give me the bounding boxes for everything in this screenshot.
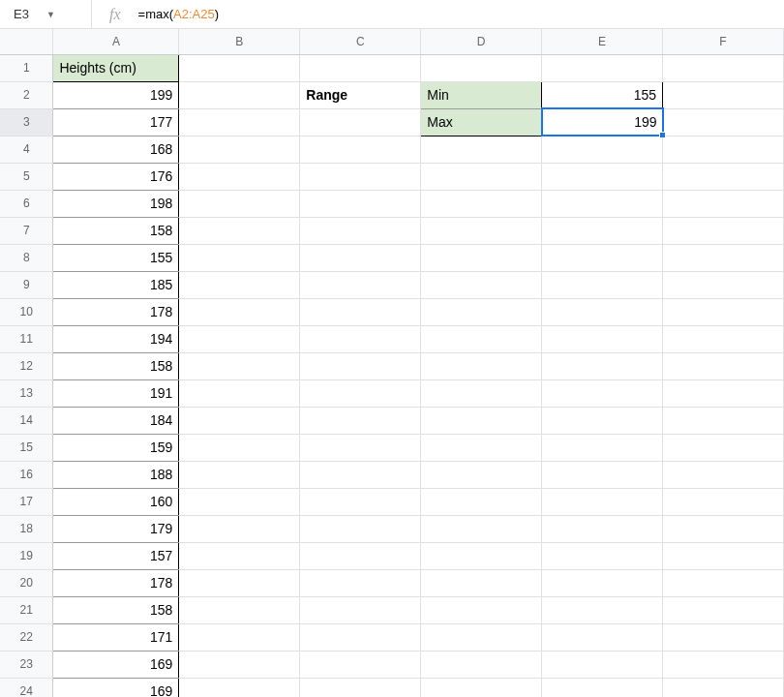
cell-E2[interactable]: 155 — [542, 81, 663, 108]
cell-C7[interactable] — [300, 217, 421, 244]
cell-A1[interactable]: Heights (cm) — [53, 54, 179, 81]
row-header-17[interactable]: 17 — [0, 488, 53, 515]
cell-A23[interactable]: 169 — [53, 651, 179, 678]
cell-C19[interactable] — [300, 542, 421, 569]
cell-E17[interactable] — [542, 488, 663, 515]
cell-D9[interactable] — [421, 271, 542, 298]
cell-F7[interactable] — [663, 217, 784, 244]
cell-C15[interactable] — [300, 434, 421, 461]
cell-C11[interactable] — [300, 325, 421, 352]
cell-B19[interactable] — [179, 542, 300, 569]
cell-D7[interactable] — [421, 217, 542, 244]
cell-F2[interactable] — [663, 81, 784, 108]
select-all-corner[interactable] — [0, 29, 53, 54]
cell-C12[interactable] — [300, 352, 421, 379]
cell-F12[interactable] — [663, 352, 784, 379]
cell-B16[interactable] — [179, 461, 300, 488]
row-header-16[interactable]: 16 — [0, 461, 53, 488]
cell-E21[interactable] — [542, 596, 663, 623]
cell-F21[interactable] — [663, 596, 784, 623]
cell-B4[interactable] — [179, 136, 300, 163]
cell-E6[interactable] — [542, 190, 663, 217]
cell-D3[interactable]: Max — [421, 108, 542, 136]
row-header-24[interactable]: 24 — [0, 678, 53, 697]
cell-A17[interactable]: 160 — [53, 488, 179, 515]
cell-F13[interactable] — [663, 379, 784, 407]
cell-C17[interactable] — [300, 488, 421, 515]
cell-F14[interactable] — [663, 407, 784, 434]
column-header-F[interactable]: F — [663, 29, 784, 54]
cell-F22[interactable] — [663, 623, 784, 651]
cell-A16[interactable]: 188 — [53, 461, 179, 488]
row-header-15[interactable]: 15 — [0, 434, 53, 461]
cell-B7[interactable] — [179, 217, 300, 244]
cell-E12[interactable] — [542, 352, 663, 379]
cell-D22[interactable] — [421, 623, 542, 651]
cell-F16[interactable] — [663, 461, 784, 488]
cell-D16[interactable] — [421, 461, 542, 488]
cell-C14[interactable] — [300, 407, 421, 434]
cell-C16[interactable] — [300, 461, 421, 488]
cell-A8[interactable]: 155 — [53, 244, 179, 271]
column-header-A[interactable]: A — [53, 29, 179, 54]
cell-C18[interactable] — [300, 515, 421, 542]
cell-C4[interactable] — [300, 136, 421, 163]
column-header-B[interactable]: B — [179, 29, 300, 54]
cell-E18[interactable] — [542, 515, 663, 542]
cell-D24[interactable] — [421, 678, 542, 697]
cell-D15[interactable] — [421, 434, 542, 461]
cell-C22[interactable] — [300, 623, 421, 651]
cell-C10[interactable] — [300, 298, 421, 325]
cell-A12[interactable]: 158 — [53, 352, 179, 379]
name-box-dropdown-icon[interactable]: ▼ — [46, 10, 55, 19]
cell-A2[interactable]: 199 — [53, 81, 179, 108]
cell-D5[interactable] — [421, 163, 542, 190]
cell-E20[interactable] — [542, 569, 663, 596]
row-header-21[interactable]: 21 — [0, 596, 53, 623]
row-header-5[interactable]: 5 — [0, 163, 53, 190]
cell-B12[interactable] — [179, 352, 300, 379]
cell-A5[interactable]: 176 — [53, 163, 179, 190]
cell-C20[interactable] — [300, 569, 421, 596]
cell-B20[interactable] — [179, 569, 300, 596]
column-header-C[interactable]: C — [300, 29, 421, 54]
row-header-11[interactable]: 11 — [0, 325, 53, 352]
cell-A10[interactable]: 178 — [53, 298, 179, 325]
cell-E3[interactable]: 199 — [542, 108, 663, 136]
cell-C21[interactable] — [300, 596, 421, 623]
row-header-22[interactable]: 22 — [0, 623, 53, 651]
cell-B23[interactable] — [179, 651, 300, 678]
cell-D11[interactable] — [421, 325, 542, 352]
cell-D21[interactable] — [421, 596, 542, 623]
cell-A20[interactable]: 178 — [53, 569, 179, 596]
cell-F15[interactable] — [663, 434, 784, 461]
cell-E1[interactable] — [542, 54, 663, 81]
cell-C5[interactable] — [300, 163, 421, 190]
cell-E15[interactable] — [542, 434, 663, 461]
cell-F9[interactable] — [663, 271, 784, 298]
cell-C6[interactable] — [300, 190, 421, 217]
cell-E22[interactable] — [542, 623, 663, 651]
cell-E11[interactable] — [542, 325, 663, 352]
cell-B15[interactable] — [179, 434, 300, 461]
cell-B8[interactable] — [179, 244, 300, 271]
cell-B13[interactable] — [179, 379, 300, 407]
row-header-19[interactable]: 19 — [0, 542, 53, 569]
cell-C1[interactable] — [300, 54, 421, 81]
cell-C3[interactable] — [300, 108, 421, 136]
cell-B11[interactable] — [179, 325, 300, 352]
cell-B18[interactable] — [179, 515, 300, 542]
cell-C24[interactable] — [300, 678, 421, 697]
cell-A14[interactable]: 184 — [53, 407, 179, 434]
cell-B21[interactable] — [179, 596, 300, 623]
cell-B9[interactable] — [179, 271, 300, 298]
cell-F20[interactable] — [663, 569, 784, 596]
cell-D18[interactable] — [421, 515, 542, 542]
cell-E19[interactable] — [542, 542, 663, 569]
cell-B1[interactable] — [179, 54, 300, 81]
row-header-1[interactable]: 1 — [0, 54, 53, 81]
cell-E4[interactable] — [542, 136, 663, 163]
row-header-20[interactable]: 20 — [0, 569, 53, 596]
cell-B14[interactable] — [179, 407, 300, 434]
cell-C8[interactable] — [300, 244, 421, 271]
